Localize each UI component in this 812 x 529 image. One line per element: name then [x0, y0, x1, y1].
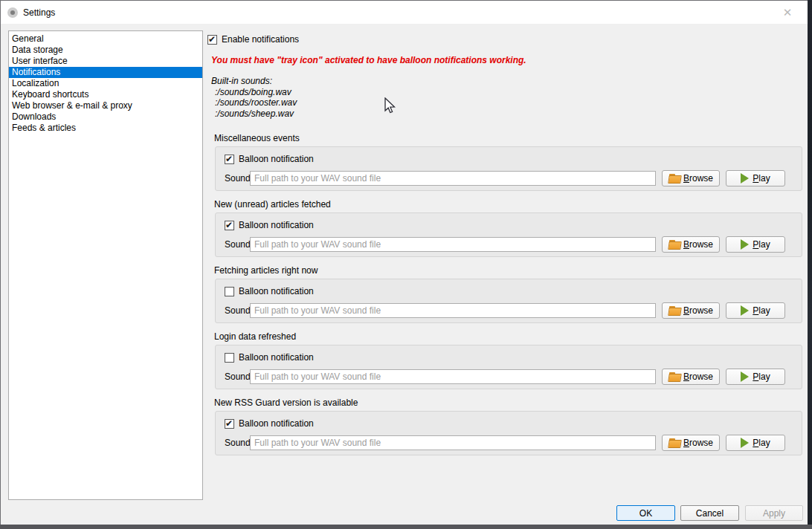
settings-category-list: General Data storage User interface Noti… [8, 30, 203, 500]
label-rest: rowse [689, 438, 713, 448]
section-group-box: Balloon notification Sound Browse Play [215, 345, 802, 389]
sound-path-input[interactable] [250, 369, 656, 384]
play-button[interactable]: Play [726, 435, 785, 451]
label-rest: lay [758, 371, 770, 382]
sound-path-input[interactable] [250, 435, 656, 450]
sidebar-item-web-browser[interactable]: Web browser & e-mail & proxy [9, 100, 202, 111]
label-rest: lay [758, 305, 770, 316]
label-rest: lay [758, 438, 770, 448]
mnemonic-letter: B [683, 438, 689, 448]
play-icon [741, 173, 749, 184]
browse-button[interactable]: Browse [662, 302, 720, 319]
folder-icon [668, 174, 680, 183]
balloon-notification-label: Balloon notification [239, 154, 314, 164]
browse-button[interactable]: Browse [662, 435, 720, 451]
checkbox-box[interactable]: ✔ [225, 155, 234, 164]
balloon-notification-checkbox[interactable]: ✔ Balloon notification [225, 220, 785, 230]
title-bar: Settings ✕ [1, 1, 808, 24]
sidebar-item-localization[interactable]: Localization [9, 78, 202, 89]
play-button-label: Play [753, 371, 770, 382]
section-title: Miscellaneous events [214, 133, 802, 144]
sound-label: Sound [225, 305, 250, 316]
checkbox-box[interactable]: ✔ [225, 419, 234, 429]
app-icon [7, 7, 18, 18]
sidebar-item-downloads[interactable]: Downloads [9, 111, 202, 123]
play-button[interactable]: Play [726, 170, 785, 186]
ok-button[interactable]: OK [616, 505, 675, 521]
section-title: New (unread) articles fetched [214, 199, 802, 210]
play-button[interactable]: Play [726, 369, 785, 385]
play-button[interactable]: Play [726, 302, 785, 319]
section-group-box: ✔ Balloon notification Sound Browse Play [215, 411, 802, 455]
label-rest: rowse [689, 371, 713, 382]
sound-label: Sound [225, 438, 250, 448]
apply-button[interactable]: Apply [745, 505, 803, 521]
sidebar-item-user-interface[interactable]: User interface [9, 56, 202, 67]
sound-label: Sound [225, 239, 250, 250]
section-login-data-refreshed: Login data refreshed Balloon notificatio… [215, 331, 802, 389]
balloon-notification-label: Balloon notification [239, 418, 314, 429]
window-title: Settings [23, 7, 55, 18]
label-rest: lay [758, 239, 770, 250]
play-icon [741, 438, 749, 448]
builtin-sound-path: :/sounds/sheep.wav [211, 108, 297, 120]
checkbox-box[interactable] [225, 287, 234, 296]
balloon-notification-checkbox[interactable]: ✔ Balloon notification [225, 154, 785, 164]
browse-button[interactable]: Browse [662, 236, 720, 253]
play-button[interactable]: Play [726, 236, 785, 253]
checkmark-icon: ✔ [208, 34, 216, 45]
cancel-button[interactable]: Cancel [680, 505, 739, 521]
balloon-notification-label: Balloon notification [239, 286, 314, 296]
play-icon [741, 371, 749, 382]
play-button-label: Play [753, 305, 770, 316]
checkbox-box[interactable] [225, 353, 234, 363]
checkbox-box[interactable]: ✔ [225, 221, 234, 230]
notification-sections: Miscellaneous events ✔ Balloon notificat… [215, 133, 802, 464]
settings-dialog: Settings ✕ General Data storage User int… [0, 0, 808, 525]
section-fetching-articles-now: Fetching articles right now Balloon noti… [215, 265, 802, 323]
browse-button-label: Browse [683, 239, 713, 250]
browse-button-label: Browse [683, 371, 713, 382]
sound-label: Sound [225, 371, 250, 382]
balloon-notification-checkbox[interactable]: ✔ Balloon notification [225, 418, 785, 429]
desktop-background-strip-right [808, 0, 812, 525]
sidebar-item-notifications[interactable]: Notifications [9, 67, 202, 78]
browse-button[interactable]: Browse [662, 369, 720, 385]
sound-path-input[interactable] [250, 237, 656, 252]
checkbox-box[interactable]: ✔ [207, 35, 217, 45]
tray-icon-warning-text: You must have "tray icon" activated to h… [211, 55, 526, 65]
play-button-label: Play [753, 438, 770, 448]
balloon-notification-checkbox[interactable]: Balloon notification [225, 352, 785, 363]
section-group-box: ✔ Balloon notification Sound Browse Play [215, 212, 802, 257]
sound-row: Sound Browse Play [225, 170, 785, 186]
browse-button-label: Browse [683, 173, 713, 184]
sidebar-item-feeds-articles[interactable]: Feeds & articles [9, 123, 202, 134]
balloon-notification-label: Balloon notification [239, 352, 314, 363]
enable-notifications-label: Enable notifications [222, 34, 299, 45]
section-new-version-available: New RSS Guard version is available ✔ Bal… [215, 397, 802, 455]
section-miscellaneous-events: Miscellaneous events ✔ Balloon notificat… [215, 133, 802, 191]
sidebar-item-general[interactable]: General [9, 33, 202, 45]
sidebar-item-data-storage[interactable]: Data storage [9, 45, 202, 56]
section-new-articles-fetched: New (unread) articles fetched ✔ Balloon … [215, 199, 802, 257]
builtin-sound-path: :/sounds/boing.wav [211, 87, 297, 98]
folder-icon [668, 372, 680, 381]
sidebar-item-keyboard-shortcuts[interactable]: Keyboard shortcuts [9, 89, 202, 100]
close-icon[interactable]: ✕ [776, 4, 799, 22]
section-title: New RSS Guard version is available [214, 397, 802, 409]
folder-icon [668, 306, 680, 315]
mnemonic-letter: B [683, 173, 689, 184]
mnemonic-letter: B [683, 239, 689, 250]
folder-icon [668, 240, 680, 249]
enable-notifications-checkbox[interactable]: ✔ Enable notifications [207, 34, 299, 45]
browse-button-label: Browse [683, 438, 713, 448]
sound-path-input[interactable] [250, 303, 656, 318]
balloon-notification-checkbox[interactable]: Balloon notification [225, 286, 785, 296]
section-title: Fetching articles right now [214, 265, 802, 276]
browse-button[interactable]: Browse [662, 170, 720, 186]
sound-path-input[interactable] [250, 171, 656, 186]
sound-row: Sound Browse Play [225, 236, 785, 253]
mnemonic-letter: B [683, 305, 689, 316]
checkmark-icon: ✔ [225, 220, 233, 230]
section-title: Login data refreshed [214, 331, 802, 343]
